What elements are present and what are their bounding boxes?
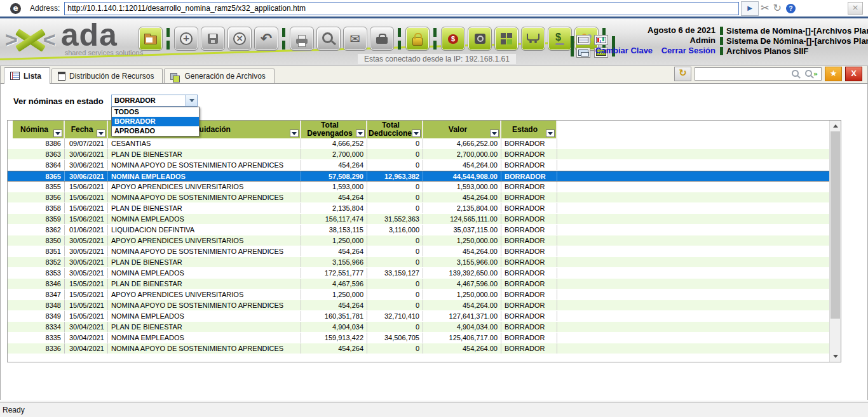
scroll-up-icon[interactable] bbox=[830, 121, 841, 131]
refresh-button[interactable]: ↻ bbox=[674, 67, 691, 81]
status-bar: Ready bbox=[0, 402, 868, 417]
scrollbar-thumb[interactable] bbox=[831, 131, 840, 319]
table-row[interactable]: 835230/05/2021PLAN DE BIENESTAR3,155,966… bbox=[8, 257, 830, 268]
safe-button[interactable] bbox=[468, 27, 492, 51]
column-filter-button[interactable] bbox=[290, 129, 299, 137]
column-filter-button[interactable] bbox=[356, 129, 365, 137]
table-row[interactable]: 835815/06/2021PLAN DE BIENESTAR2,135,804… bbox=[8, 203, 830, 214]
table-row[interactable]: 838609/07/2021CESANTIAS4,666,25204,666,2… bbox=[8, 138, 830, 149]
table-row[interactable]: 835330/05/2021NOMINA EMPLEADOS172,551,77… bbox=[8, 268, 830, 279]
column-filter-button[interactable] bbox=[53, 129, 62, 137]
table-row[interactable]: 833430/04/2021PLAN DE BIENESTAR4,904,034… bbox=[8, 322, 830, 333]
search-icon bbox=[322, 32, 333, 43]
column-header-label: Total Deducciones bbox=[369, 121, 413, 138]
cell-nomina: 8334 bbox=[13, 322, 65, 332]
add-button[interactable] bbox=[174, 27, 198, 51]
cell-fecha: 30/05/2021 bbox=[65, 257, 108, 267]
cell-tipo: NOMINA APOYO DE SOSTENIMIENTO APRENDICES bbox=[108, 343, 301, 354]
open-folder-button[interactable] bbox=[139, 27, 163, 51]
toolbox-button[interactable] bbox=[370, 27, 394, 51]
app-header: > < ada shared services solutions Estas … bbox=[0, 18, 868, 66]
column-filter-button[interactable] bbox=[490, 129, 499, 137]
favorite-button[interactable]: ★ bbox=[825, 67, 842, 81]
table-row[interactable]: 835615/06/2021NOMINA APOYO DE SOSTENIMIE… bbox=[8, 192, 830, 203]
logo-arrow-left-icon: < bbox=[43, 20, 56, 59]
cell-fecha: 30/06/2021 bbox=[65, 160, 108, 170]
modules-button[interactable] bbox=[494, 27, 519, 51]
search-next-icon[interactable] bbox=[805, 70, 812, 77]
table-row[interactable]: 836530/06/2021NOMINA EMPLEADOS57,508,290… bbox=[8, 171, 830, 182]
windows-button[interactable] bbox=[576, 48, 590, 58]
table-row[interactable]: 834815/05/2021NOMINA APOYO DE SOSTENIMIE… bbox=[8, 300, 830, 311]
cell-tipo: NOMINA APOYO DE SOSTENIMIENTO APRENDICES bbox=[108, 246, 301, 256]
money-bag-button[interactable] bbox=[441, 27, 465, 51]
table-row[interactable]: 835130/05/2021NOMINA APOYO DE SOSTENIMIE… bbox=[8, 246, 830, 257]
report-button[interactable] bbox=[576, 35, 590, 45]
tab-distribuci-n-de-recursos[interactable]: Distribución de Recursos bbox=[51, 69, 163, 83]
window-close-button[interactable]: × bbox=[848, 2, 863, 15]
separator-bar bbox=[720, 37, 723, 45]
table-row[interactable]: 834715/05/2021APOYO APRENDICES UNIVERSIT… bbox=[8, 289, 830, 300]
cell-nomina: 8363 bbox=[13, 149, 65, 159]
print-button[interactable] bbox=[290, 27, 314, 51]
mail-button[interactable] bbox=[343, 27, 367, 51]
cell-fecha: 15/06/2021 bbox=[65, 203, 108, 213]
search-button[interactable] bbox=[316, 27, 341, 51]
filter-label: Ver nóminas en estado bbox=[13, 96, 104, 106]
cell-valor: 454,264.00 bbox=[423, 246, 501, 256]
connection-status: Estas conectado desde la IP: 192.168.1.6… bbox=[358, 54, 516, 64]
table-row[interactable]: 835515/06/2021APOYO APRENDICES UNIVERSIT… bbox=[8, 182, 830, 192]
cell-valor: 454,264.00 bbox=[423, 192, 501, 202]
dropdown-option[interactable]: APROBADO bbox=[112, 126, 199, 136]
go-button[interactable]: ▶ bbox=[741, 1, 759, 16]
table-row[interactable]: 836430/06/2021NOMINA APOYO DE SOSTENIMIE… bbox=[8, 160, 830, 171]
table-row[interactable]: 836330/06/2021PLAN DE BIENESTAR2,700,000… bbox=[8, 149, 830, 160]
close-tab-button[interactable]: X bbox=[845, 67, 862, 81]
column-filter-button[interactable] bbox=[97, 129, 105, 137]
lock-button[interactable] bbox=[405, 27, 430, 51]
vertical-scrollbar[interactable] bbox=[829, 121, 841, 362]
table-row[interactable]: 835030/05/2021APOYO APRENDICES UNIVERSIT… bbox=[8, 235, 830, 246]
address-input[interactable] bbox=[64, 2, 739, 15]
windows-icon bbox=[578, 50, 588, 56]
dropdown-option[interactable]: BORRADOR bbox=[112, 117, 199, 126]
chevron-down-icon[interactable] bbox=[186, 95, 197, 106]
hand-money-icon bbox=[555, 32, 564, 45]
delete-button[interactable] bbox=[227, 27, 252, 51]
save-button[interactable] bbox=[201, 27, 225, 51]
dropdown-option[interactable]: TODOS bbox=[112, 107, 199, 117]
table-row[interactable]: 836201/06/2021LIQUIDACION DEFINTIVA38,15… bbox=[8, 225, 830, 235]
column-filter-button[interactable] bbox=[412, 129, 421, 137]
help-icon[interactable]: ? bbox=[786, 4, 796, 13]
open-folder-icon bbox=[144, 36, 157, 44]
browser-logo-icon: e bbox=[10, 3, 21, 14]
tab-lista[interactable]: Lista bbox=[4, 67, 50, 84]
table-row[interactable]: 833530/04/2021NOMINA EMPLEADOS159,913,42… bbox=[8, 333, 830, 343]
table-row[interactable]: 835915/06/2021NOMINA EMPLEADOS156,117,47… bbox=[8, 214, 830, 225]
system-name-line: Sistema de Nómina-[]-[Archivos Planos bbox=[720, 25, 868, 36]
column-filter-button[interactable] bbox=[546, 129, 555, 137]
cell-nomina: 8355 bbox=[13, 182, 65, 192]
table-row[interactable]: 834915/05/2021NOMINA EMPLEADOS160,351,78… bbox=[8, 311, 830, 322]
cell-deducciones: 0 bbox=[367, 257, 423, 267]
cart-button[interactable] bbox=[521, 27, 545, 51]
cell-devengados: 1,593,000 bbox=[301, 182, 367, 192]
tab-generaci-n-de-archivos[interactable]: Generación de Archivos bbox=[164, 69, 274, 83]
cell-deducciones: 0 bbox=[367, 289, 423, 300]
undo-button[interactable] bbox=[254, 27, 278, 51]
table-row[interactable]: 834615/05/2021PLAN DE BIENESTAR4,467,596… bbox=[8, 279, 830, 289]
tools-icon[interactable]: ✂ bbox=[761, 2, 769, 15]
cell-estado: BORRADOR bbox=[501, 333, 557, 343]
table-row[interactable]: 833630/04/2021NOMINA APOYO DE SOSTENIMIE… bbox=[8, 343, 830, 354]
change-password-link[interactable]: Cambiar Clave bbox=[595, 46, 653, 55]
search-input[interactable] bbox=[698, 69, 789, 79]
cell-devengados: 160,351,781 bbox=[301, 311, 367, 321]
logout-link[interactable]: Cerrar Sesión bbox=[661, 46, 715, 55]
scroll-down-icon[interactable] bbox=[830, 351, 841, 362]
search-icon[interactable] bbox=[792, 70, 799, 77]
reload-icon[interactable]: ↻ bbox=[773, 2, 782, 15]
column-header: Total Deducciones bbox=[367, 121, 423, 138]
state-select[interactable]: BORRADOR bbox=[111, 95, 198, 107]
hand-money-button[interactable] bbox=[548, 27, 572, 51]
cell-fecha: 15/06/2021 bbox=[65, 192, 108, 202]
